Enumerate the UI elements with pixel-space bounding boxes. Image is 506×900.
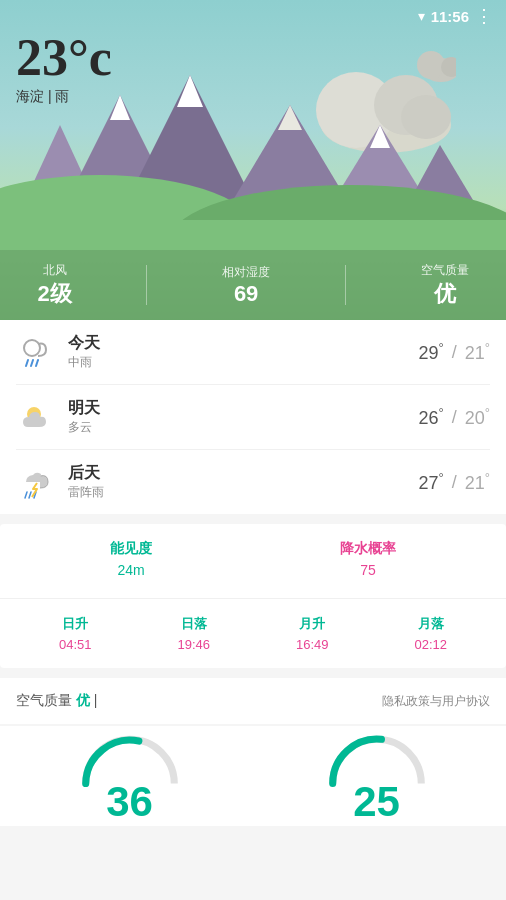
tomorrow-high: 26°: [419, 405, 444, 429]
svg-line-26: [29, 492, 31, 498]
sunset-label: 日落: [135, 615, 254, 633]
details-top-row: 能见度 24m 降水概率 75: [16, 540, 490, 578]
wind-value: 2级: [37, 279, 71, 309]
svg-marker-14: [177, 75, 203, 107]
humidity-stat: 相对湿度 69: [222, 264, 270, 307]
precipitation-item: 降水概率 75: [340, 540, 396, 578]
air-quality-stat: 空气质量 优: [421, 262, 469, 309]
gauge-left-value: 36: [106, 778, 153, 826]
svg-line-25: [25, 492, 27, 498]
gauge-section: 36 25: [0, 726, 506, 826]
temperature-overlay: 23°c 海淀 | 雨: [16, 32, 112, 106]
moonset-item: 月落 02:12: [372, 615, 491, 652]
dayafter-condition: 雷阵雨: [68, 484, 419, 501]
sunset-item: 日落 19:46: [135, 615, 254, 652]
air-quality-label: 空气质量: [421, 262, 469, 279]
sunrise-label: 日升: [16, 615, 135, 633]
today-temps: 29° / 21°: [419, 340, 490, 364]
sunset-value: 19:46: [135, 637, 254, 652]
air-quality-section: 空气质量 优 | 隐私政策与用户协议: [0, 678, 506, 724]
humidity-value: 69: [222, 281, 270, 307]
visibility-label: 能见度: [110, 540, 152, 558]
stat-divider-1: [146, 265, 147, 305]
tomorrow-temps: 26° / 20°: [419, 405, 490, 429]
precipitation-label: 降水概率: [340, 540, 396, 558]
visibility-value: 24m: [110, 562, 152, 578]
status-bar: ▾ 11:56 ⋮: [0, 0, 506, 32]
temperature-display: 23°c: [16, 32, 112, 84]
more-menu-icon[interactable]: ⋮: [475, 5, 494, 27]
tomorrow-name: 明天: [68, 398, 419, 419]
moonrise-label: 月升: [253, 615, 372, 633]
details-divider: [0, 598, 506, 599]
table-row: 今天 中雨 29° / 21°: [16, 320, 490, 385]
today-name: 今天: [68, 333, 419, 354]
svg-line-23: [36, 360, 38, 366]
table-row: 明天 多云 26° / 20°: [16, 385, 490, 450]
gauge-left: 36: [16, 726, 243, 826]
air-quality-left: 空气质量 优 |: [16, 692, 97, 710]
tomorrow-weather-icon: [16, 397, 56, 437]
details-card: 能见度 24m 降水概率 75 日升 04:51 日落 19:46 月升 16:…: [0, 524, 506, 668]
moonset-value: 02:12: [372, 637, 491, 652]
today-low: 21°: [465, 340, 490, 364]
visibility-item: 能见度 24m: [110, 540, 152, 578]
tomorrow-low: 20°: [465, 405, 490, 429]
stats-bar: 北风 2级 相对湿度 69 空气质量 优: [0, 250, 506, 320]
forecast-section: 今天 中雨 29° / 21° 明天 多云 26° / 20°: [0, 320, 506, 514]
wind-stat: 北风 2级: [37, 262, 71, 309]
moonrise-item: 月升 16:49: [253, 615, 372, 652]
table-row: 后天 雷阵雨 27° / 21°: [16, 450, 490, 514]
svg-marker-15: [278, 105, 302, 130]
svg-line-22: [31, 360, 33, 366]
moonset-label: 月落: [372, 615, 491, 633]
svg-marker-13: [110, 95, 130, 120]
today-weather-icon: [16, 332, 56, 372]
humidity-label: 相对湿度: [222, 264, 270, 281]
dayafter-info: 后天 雷阵雨: [68, 463, 419, 501]
dayafter-low: 21°: [465, 470, 490, 494]
details-bottom-row: 日升 04:51 日落 19:46 月升 16:49 月落 02:12: [16, 615, 490, 652]
sunrise-item: 日升 04:51: [16, 615, 135, 652]
dayafter-temps: 27° / 21°: [419, 470, 490, 494]
location-condition: 海淀 | 雨: [16, 88, 112, 106]
dayafter-weather-icon: [16, 462, 56, 502]
precipitation-value: 75: [340, 562, 396, 578]
weather-hero: 23°c 海淀 | 雨 北风 2级 相对湿度 69 空气质量 优: [0, 0, 506, 320]
air-quality-badge: 优: [76, 692, 90, 708]
air-quality-value: 优: [421, 279, 469, 309]
sunrise-value: 04:51: [16, 637, 135, 652]
wifi-icon: ▾: [418, 8, 425, 24]
wind-label: 北风: [37, 262, 71, 279]
dayafter-high: 27°: [419, 470, 444, 494]
moonrise-value: 16:49: [253, 637, 372, 652]
tomorrow-info: 明天 多云: [68, 398, 419, 436]
svg-point-20: [24, 340, 40, 356]
clock: 11:56: [431, 8, 469, 25]
today-info: 今天 中雨: [68, 333, 419, 371]
dayafter-name: 后天: [68, 463, 419, 484]
gauge-right-value: 25: [353, 778, 400, 826]
temp-separator: /: [452, 342, 457, 363]
privacy-policy-link[interactable]: 隐私政策与用户协议: [382, 693, 490, 710]
today-high: 29°: [419, 340, 444, 364]
stat-divider-2: [345, 265, 346, 305]
tomorrow-condition: 多云: [68, 419, 419, 436]
gauge-right: 25: [263, 726, 490, 826]
svg-line-21: [26, 360, 28, 366]
today-condition: 中雨: [68, 354, 419, 371]
